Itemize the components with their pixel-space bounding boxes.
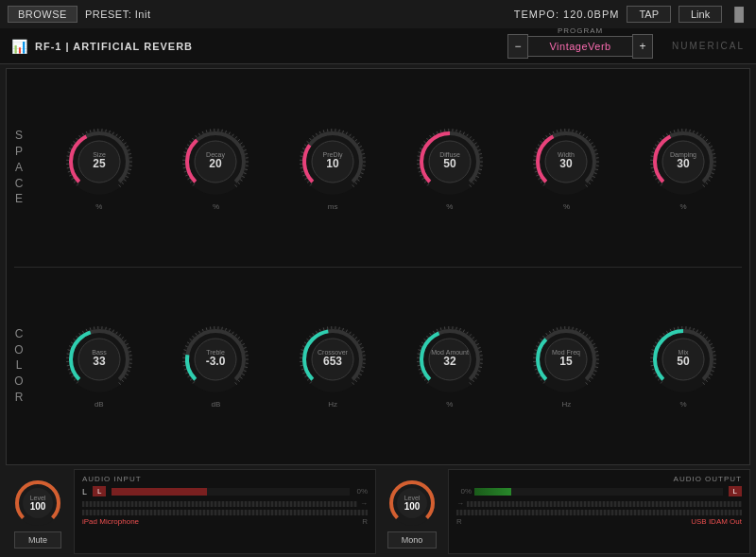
color-knob-5[interactable]: % bbox=[646, 322, 720, 409]
color-knob-unit-3: % bbox=[446, 400, 453, 409]
space-knob-1[interactable]: % bbox=[179, 125, 252, 211]
input-device-name: iPad Microphone bbox=[82, 517, 139, 526]
space-knob-5[interactable]: % bbox=[646, 125, 720, 211]
color-knob-2[interactable]: Hz bbox=[296, 322, 369, 409]
output-l-indicator: L bbox=[729, 486, 742, 496]
audio-output-label: AUDIO OUTPUT bbox=[674, 475, 742, 483]
space-knob-canvas-0[interactable] bbox=[62, 125, 136, 199]
space-knob-2[interactable]: ms bbox=[296, 125, 369, 211]
program-section: PROGRAM − VintageVerb + bbox=[507, 34, 653, 59]
color-knobs: dBdBHz%Hz% bbox=[33, 319, 749, 412]
plugin-title: RF-1 | ARTIFICIAL REVERB bbox=[35, 41, 193, 52]
space-label: S P A C E bbox=[7, 128, 33, 207]
plugin-header: 📊 RF-1 | ARTIFICIAL REVERB PROGRAM − Vin… bbox=[0, 28, 756, 64]
space-knob-unit-2: ms bbox=[328, 202, 338, 211]
browse-button[interactable]: BROWSE bbox=[8, 6, 77, 23]
space-knob-unit-5: % bbox=[680, 202, 687, 211]
audio-input-label: AUDIO INPUT bbox=[82, 475, 368, 483]
link-button[interactable]: Link bbox=[679, 6, 722, 23]
tempo-label: TEMPO: 120.0BPM bbox=[514, 9, 620, 20]
input-level-col: Mono bbox=[380, 469, 444, 554]
input-l-db: 0% bbox=[352, 487, 368, 496]
output-l-meter bbox=[474, 488, 723, 496]
space-knob-canvas-4[interactable] bbox=[529, 125, 603, 199]
space-knob-unit-4: % bbox=[563, 202, 570, 211]
tap-button[interactable]: TAP bbox=[627, 6, 671, 23]
output-level-col: Mute bbox=[6, 469, 70, 554]
color-knob-canvas-1[interactable] bbox=[179, 322, 252, 396]
space-knob-unit-0: % bbox=[95, 202, 102, 211]
output-l-fill bbox=[474, 488, 511, 496]
space-knob-0[interactable]: % bbox=[62, 125, 136, 211]
audio-input-panel: AUDIO INPUT L L 0% → iPad Microphone R bbox=[74, 469, 376, 554]
space-knob-canvas-5[interactable] bbox=[646, 125, 720, 199]
color-knob-3[interactable]: % bbox=[413, 322, 487, 409]
color-knob-canvas-2[interactable] bbox=[296, 322, 369, 396]
plugin-icon: 📊 bbox=[11, 39, 27, 54]
space-knob-canvas-2[interactable] bbox=[296, 125, 369, 199]
color-knob-0[interactable]: dB bbox=[62, 322, 136, 409]
color-knob-canvas-5[interactable] bbox=[646, 322, 720, 396]
color-section: C O L O R dBdBHz%Hz% bbox=[7, 268, 749, 465]
input-level-knob[interactable] bbox=[384, 475, 440, 531]
space-section: S P A C E %%ms%%% bbox=[7, 69, 749, 267]
color-label: C O L O R bbox=[7, 326, 33, 406]
mute-button[interactable]: Mute bbox=[14, 531, 61, 548]
space-knobs: %%ms%%% bbox=[33, 121, 749, 215]
preset-label: PRESET: Init bbox=[85, 9, 151, 20]
output-level-knob[interactable] bbox=[9, 475, 66, 531]
color-knob-canvas-3[interactable] bbox=[413, 322, 487, 396]
input-l-fill bbox=[112, 488, 207, 496]
color-knob-canvas-0[interactable] bbox=[62, 322, 136, 396]
color-knob-unit-2: Hz bbox=[328, 400, 337, 409]
numerical-label: NUMERICAL bbox=[672, 41, 745, 51]
color-knob-canvas-4[interactable] bbox=[529, 322, 603, 396]
main-area: S P A C E %%ms%%% C O L O R dBdBHz%Hz% bbox=[6, 68, 750, 465]
output-l-db: 0% bbox=[456, 487, 472, 496]
bottom-area: AUDIO INPUT L L 0% → iPad Microphone R bbox=[6, 469, 750, 554]
color-knob-unit-4: Hz bbox=[562, 400, 572, 409]
color-knob-unit-5: % bbox=[680, 400, 687, 409]
input-l-indicator: L bbox=[93, 486, 106, 496]
top-bar: BROWSE PRESET: Init TEMPO: 120.0BPM TAP … bbox=[0, 0, 756, 28]
space-knob-canvas-3[interactable] bbox=[413, 125, 487, 199]
color-knob-4[interactable]: Hz bbox=[529, 322, 603, 409]
space-knob-unit-3: % bbox=[446, 202, 453, 211]
space-knob-4[interactable]: % bbox=[529, 125, 603, 211]
program-label: PROGRAM bbox=[558, 26, 603, 35]
program-prev-button[interactable]: − bbox=[507, 34, 528, 59]
space-knob-canvas-1[interactable] bbox=[179, 125, 252, 199]
color-knob-unit-0: dB bbox=[94, 400, 104, 409]
space-knob-unit-1: % bbox=[213, 202, 219, 211]
program-next-button[interactable]: + bbox=[632, 34, 653, 59]
audio-output-panel: AUDIO OUTPUT 0% L → R USB IDAM Out bbox=[448, 469, 750, 554]
program-name: VintageVerb bbox=[528, 36, 632, 57]
mono-button[interactable]: Mono bbox=[387, 531, 438, 548]
input-l-label: L bbox=[82, 487, 90, 496]
color-knob-unit-1: dB bbox=[212, 400, 221, 409]
input-l-meter bbox=[112, 488, 350, 496]
output-device-name: USB IDAM Out bbox=[691, 517, 742, 526]
space-knob-3[interactable]: % bbox=[413, 125, 487, 211]
levels-icon: ▐▌ bbox=[730, 7, 748, 22]
color-knob-1[interactable]: dB bbox=[179, 322, 252, 409]
